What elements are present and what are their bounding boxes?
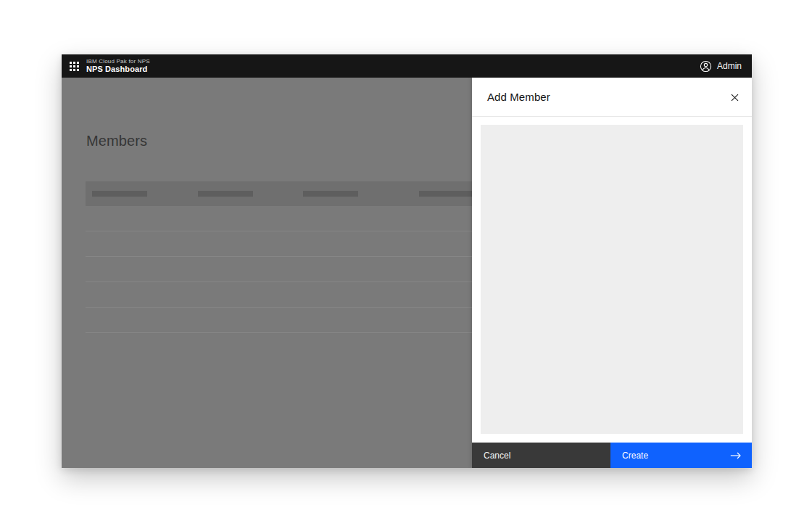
skeleton-header-bar [419,191,474,197]
panel-title: Add Member [487,91,550,103]
skeleton-header-bar [198,191,253,197]
app-switcher-button[interactable] [62,54,86,78]
form-placeholder [481,125,743,434]
close-icon [730,93,740,102]
app-header: IBM Cloud Pak for NPS NPS Dashboard Admi… [62,54,752,78]
app-name-label: NPS Dashboard [86,65,150,74]
page-title: Members [86,133,147,149]
create-button-label: Create [622,451,648,461]
add-member-panel: Add Member Cancel Create [472,78,752,468]
cancel-button-label: Cancel [484,451,510,461]
grid-switcher-icon [70,62,79,71]
close-button[interactable] [723,86,746,109]
page-background: IBM Cloud Pak for NPS NPS Dashboard Admi… [0,0,812,518]
user-avatar-icon [700,60,712,73]
arrow-right-icon [730,451,742,460]
app-window: IBM Cloud Pak for NPS NPS Dashboard Admi… [62,54,752,468]
product-line-label: IBM Cloud Pak for NPS [86,58,150,65]
panel-footer: Cancel Create [472,443,752,468]
panel-body [472,117,752,443]
skeleton-header-bar [303,191,358,197]
skeleton-header-bar [92,191,147,197]
panel-header: Add Member [472,78,752,117]
user-menu[interactable]: Admin [700,54,742,78]
header-titles: IBM Cloud Pak for NPS NPS Dashboard [86,58,150,74]
create-button[interactable]: Create [610,443,752,468]
user-label: Admin [717,61,742,71]
cancel-button[interactable]: Cancel [472,443,610,468]
